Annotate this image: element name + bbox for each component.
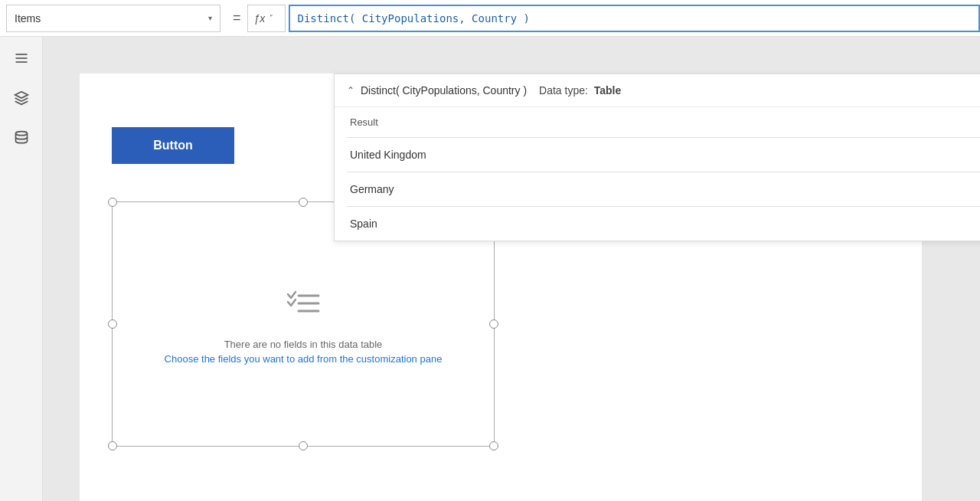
handle-middle-right[interactable] bbox=[489, 319, 498, 329]
sidebar bbox=[0, 37, 43, 501]
empty-state-link[interactable]: Choose the fields you want to add from t… bbox=[165, 353, 443, 365]
sidebar-item-menu[interactable] bbox=[9, 46, 34, 70]
formula-input[interactable] bbox=[289, 5, 980, 32]
handle-middle-left[interactable] bbox=[108, 319, 117, 329]
empty-state-icon bbox=[279, 283, 328, 326]
dropdown-header-left: ⌃ Distinct( CityPopulations, Country ) bbox=[347, 84, 527, 97]
canvas-button[interactable]: Button bbox=[112, 127, 234, 164]
top-bar: Items ▾ = ƒx ˅ bbox=[0, 0, 980, 37]
handle-top-middle[interactable] bbox=[299, 198, 308, 207]
dropdown-item-spain[interactable]: Spain bbox=[335, 207, 980, 241]
canvas-button-label: Button bbox=[153, 139, 193, 152]
main-layout: Button bbox=[0, 37, 980, 501]
canvas-area: Button bbox=[43, 37, 980, 501]
handle-bottom-middle[interactable] bbox=[299, 441, 308, 450]
svg-marker-3 bbox=[15, 92, 28, 98]
fx-chevron-icon: ˅ bbox=[268, 14, 272, 22]
handle-bottom-left[interactable] bbox=[108, 441, 117, 450]
sidebar-item-data[interactable] bbox=[9, 126, 34, 150]
dropdown-header: ⌃ Distinct( CityPopulations, Country ) D… bbox=[335, 74, 980, 107]
dropdown-item-uk[interactable]: United Kingdom bbox=[335, 138, 980, 172]
collapse-icon[interactable]: ⌃ bbox=[347, 85, 354, 96]
sidebar-item-layers[interactable] bbox=[9, 86, 34, 110]
dropdown-datatype: Data type: Table bbox=[539, 84, 621, 97]
handle-bottom-right[interactable] bbox=[489, 441, 498, 450]
equals-sign: = bbox=[233, 10, 241, 26]
dropdown-panel: ⌃ Distinct( CityPopulations, Country ) D… bbox=[334, 74, 980, 241]
items-dropdown[interactable]: Items ▾ bbox=[6, 5, 220, 32]
dropdown-item-germany[interactable]: Germany bbox=[335, 172, 980, 206]
items-dropdown-label: Items bbox=[15, 12, 41, 25]
handle-top-left[interactable] bbox=[108, 198, 117, 207]
fx-bar[interactable]: ƒx ˅ bbox=[247, 5, 286, 32]
dropdown-formula-label: Distinct( CityPopulations, Country ) bbox=[361, 84, 527, 97]
chevron-down-icon: ▾ bbox=[208, 14, 212, 22]
empty-state-text: There are no fields in this data table bbox=[224, 339, 383, 350]
dropdown-datatype-label: Data type: Table bbox=[539, 84, 621, 97]
fx-label: ƒx bbox=[254, 12, 266, 25]
dropdown-result-header: Result bbox=[335, 107, 980, 137]
svg-point-4 bbox=[15, 132, 27, 136]
